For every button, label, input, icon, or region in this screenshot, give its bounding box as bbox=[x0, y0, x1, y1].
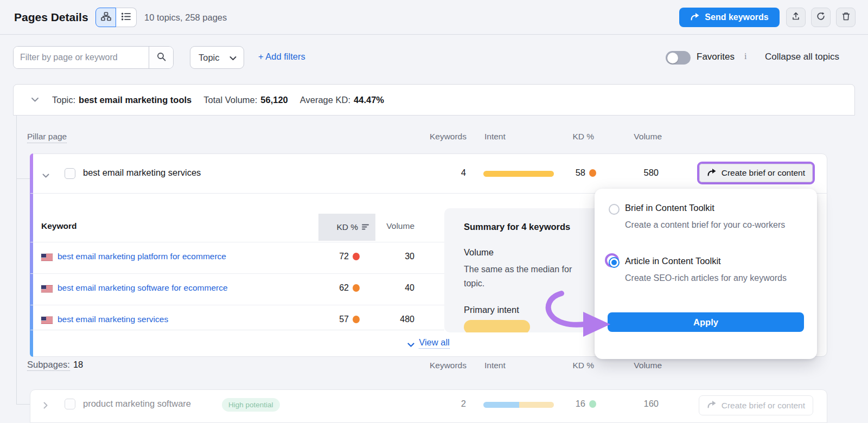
list-icon bbox=[122, 12, 131, 23]
collapse-row-chevron-icon[interactable] bbox=[42, 171, 49, 181]
average-kd-label: Average KD: bbox=[300, 95, 350, 105]
us-flag-icon bbox=[41, 285, 53, 292]
chevron-down-icon bbox=[229, 53, 237, 63]
create-brief-or-content-button-disabled[interactable]: Create brief or content bbox=[699, 395, 813, 415]
article-radio-button[interactable] bbox=[609, 257, 620, 268]
kd-value-group: 57 bbox=[339, 315, 360, 324]
share-arrow-icon bbox=[707, 400, 717, 411]
brief-option-label[interactable]: Brief in Content Toolkit bbox=[625, 203, 714, 213]
pillar-page-column-header[interactable]: Pillar page bbox=[27, 132, 67, 143]
total-volume-value: 56,120 bbox=[260, 95, 288, 105]
intent-column-header: Intent bbox=[484, 361, 506, 370]
subpage-row: product marketing software High potentia… bbox=[30, 390, 827, 422]
refresh-button[interactable] bbox=[811, 8, 831, 27]
collapse-topic-chevron-icon[interactable] bbox=[31, 95, 39, 105]
keyword-link[interactable]: best email marketing platform for ecomme… bbox=[58, 252, 226, 261]
summary-volume-heading: Volume bbox=[464, 247, 494, 258]
favorites-label: Favorites bbox=[697, 52, 735, 62]
delete-button[interactable] bbox=[836, 8, 856, 27]
kd-sort-column-header[interactable]: KD % bbox=[318, 214, 375, 241]
keyword-volume: 30 bbox=[405, 252, 414, 261]
pillar-keywords-count: 4 bbox=[461, 168, 466, 178]
subpages-link[interactable]: Subpages: bbox=[27, 360, 70, 371]
topics-pages-count: 10 topics, 258 pages bbox=[144, 0, 227, 35]
create-content-popup: Brief in Content Toolkit Create a conten… bbox=[595, 189, 817, 359]
summary-title: Summary for 4 keywords bbox=[464, 222, 570, 232]
view-all-link[interactable]: View all bbox=[419, 337, 450, 349]
keyword-volume: 40 bbox=[405, 283, 414, 293]
kd-value-group: 62 bbox=[339, 283, 360, 293]
create-brief-or-content-button[interactable]: Create brief or content bbox=[699, 164, 813, 182]
collapse-all-topics-link[interactable]: Collapse all topics bbox=[765, 52, 839, 62]
article-option-description: Create SEO-rich articles for any keyword… bbox=[625, 271, 810, 285]
intent-pill-commercial bbox=[464, 320, 530, 332]
export-icon bbox=[792, 12, 800, 23]
info-icon[interactable]: i bbox=[744, 52, 746, 61]
org-chart-icon bbox=[101, 12, 111, 23]
keyword-row: best email marketing software for ecomme… bbox=[30, 273, 445, 305]
search-input[interactable] bbox=[14, 47, 149, 68]
topic-label: Topic: bbox=[52, 95, 75, 105]
topic-header-row: Topic: best email marketing tools Total … bbox=[13, 84, 855, 116]
subpage-title[interactable]: product marketing software bbox=[83, 399, 191, 409]
subpage-volume: 160 bbox=[643, 399, 659, 409]
toggle-knob bbox=[667, 53, 678, 63]
pillar-kd-value-group: 58 bbox=[576, 168, 596, 178]
tree-connector-stub bbox=[16, 178, 30, 179]
high-potential-badge: High potential bbox=[222, 398, 280, 412]
summary-primary-intent-heading: Primary intent bbox=[464, 305, 519, 315]
subpage-keywords-count: 2 bbox=[461, 399, 466, 409]
volume-column-header: Volume bbox=[386, 221, 414, 231]
us-flag-icon bbox=[41, 254, 53, 261]
tree-connector-stub bbox=[16, 404, 30, 405]
summary-volume-text: The same as the median for topic. bbox=[464, 262, 572, 291]
tree-view-button[interactable] bbox=[95, 8, 116, 27]
kd-value-group: 72 bbox=[339, 252, 360, 261]
brief-radio-button[interactable] bbox=[609, 204, 620, 215]
add-filters-link[interactable]: + Add filters bbox=[258, 52, 305, 62]
export-button[interactable] bbox=[786, 8, 806, 27]
share-arrow-icon bbox=[690, 12, 700, 23]
topic-name: best email marketing tools bbox=[79, 95, 192, 105]
kd-value: 58 bbox=[576, 168, 585, 178]
article-option-label[interactable]: Article in Content Toolkit bbox=[625, 256, 721, 266]
search-submit[interactable] bbox=[149, 47, 173, 68]
intent-bar-mixed bbox=[483, 402, 554, 408]
us-flag-icon bbox=[41, 317, 53, 324]
keyword-volume: 480 bbox=[400, 315, 414, 324]
share-arrow-icon bbox=[707, 168, 717, 178]
kd-difficulty-dot-red bbox=[353, 253, 360, 260]
keywords-column-header: Keywords bbox=[430, 132, 467, 142]
intent-commercial-segment bbox=[519, 402, 554, 408]
kd-difficulty-dot-green bbox=[589, 400, 596, 408]
subpage-card: product marketing software High potentia… bbox=[30, 389, 827, 423]
trash-icon bbox=[842, 12, 850, 23]
pillar-row-checkbox[interactable] bbox=[65, 168, 75, 179]
kd-column-header: KD % bbox=[572, 361, 594, 370]
page-title: Pages Details bbox=[14, 0, 88, 35]
pillar-page-title[interactable]: best email marketing services bbox=[83, 168, 201, 178]
subpages-count-label: Subpages:18 bbox=[27, 360, 83, 370]
pillar-volume: 580 bbox=[643, 168, 659, 178]
keyword-link[interactable]: best email marketing services bbox=[58, 315, 168, 324]
tree-connector-line bbox=[16, 116, 17, 404]
total-volume-label: Total Volume: bbox=[203, 95, 257, 105]
pillar-page-row: best email marketing services 4 58 580 C… bbox=[30, 154, 827, 193]
subpages-count: 18 bbox=[73, 360, 83, 369]
keyword-link[interactable]: best email marketing software for ecomme… bbox=[58, 283, 228, 293]
topic-filter-dropdown[interactable]: Topic bbox=[190, 46, 244, 69]
list-view-button[interactable] bbox=[116, 8, 137, 27]
apply-button[interactable]: Apply bbox=[608, 312, 804, 332]
intent-informational-segment bbox=[483, 402, 519, 408]
search-icon bbox=[157, 52, 166, 63]
kd-difficulty-dot-orange bbox=[589, 169, 596, 177]
volume-column-header: Volume bbox=[634, 361, 662, 370]
send-keywords-button[interactable]: Send keywords bbox=[679, 8, 780, 27]
kd-difficulty-dot-orange bbox=[353, 316, 360, 323]
expand-row-chevron-icon[interactable] bbox=[43, 401, 48, 411]
favorites-toggle[interactable] bbox=[666, 51, 691, 65]
view-mode-toggle bbox=[95, 8, 137, 27]
subpage-row-checkbox[interactable] bbox=[65, 399, 75, 409]
intent-column-header: Intent bbox=[484, 132, 506, 142]
kd-difficulty-dot-orange bbox=[353, 284, 360, 292]
